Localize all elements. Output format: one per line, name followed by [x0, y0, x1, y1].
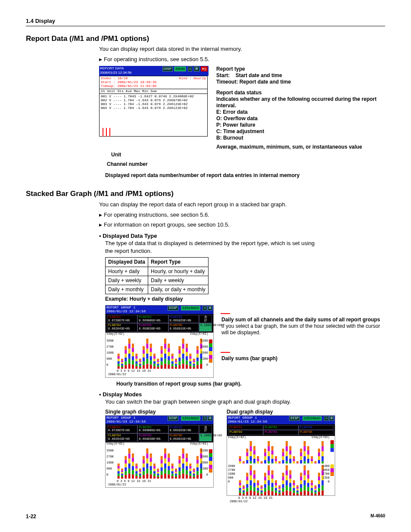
svg-rect-556: [311, 483, 313, 485]
svg-rect-532: [296, 487, 299, 489]
svg-rect-227: [164, 448, 166, 454]
svg-rect-322: [257, 459, 259, 461]
svg-rect-120: [189, 366, 191, 369]
svg-rect-544: [304, 470, 306, 476]
svg-rect-135: [196, 354, 199, 358]
svg-rect-225: [164, 459, 166, 464]
svg-rect-413: [311, 456, 313, 459]
svg-rect-231: [168, 462, 170, 467]
svg-rect-545: [304, 465, 306, 470]
svg-rect-305: [246, 449, 248, 453]
svg-rect-239: [171, 464, 174, 466]
svg-rect-185: [139, 469, 141, 470]
svg-rect-210: [157, 477, 159, 479]
svg-rect-161: [125, 456, 127, 460]
svg-rect-559: [314, 492, 317, 494]
svg-rect-240: [175, 477, 177, 479]
svg-rect-149: [118, 464, 120, 466]
svg-rect-522: [293, 493, 295, 495]
svg-rect-137: [196, 346, 199, 350]
svg-rect-17: [125, 346, 127, 350]
svg-rect-441: [243, 489, 245, 491]
svg-rect-460: [253, 474, 255, 479]
svg-rect-340: [268, 446, 270, 451]
svg-rect-209: [153, 464, 156, 466]
svg-rect-555: [311, 485, 313, 488]
svg-rect-98: [175, 364, 177, 365]
svg-rect-459: [253, 479, 255, 483]
svg-rect-100: [175, 360, 177, 362]
svg-rect-116: [186, 356, 188, 360]
svg-rect-174: [135, 476, 137, 479]
svg-rect-66: [157, 367, 159, 369]
svg-rect-498: [278, 494, 280, 495]
svg-rect-130: [193, 360, 195, 362]
svg-rect-178: [135, 466, 137, 469]
svg-rect-457: [253, 487, 255, 492]
svg-rect-184: [139, 470, 141, 472]
single-graph-caption: Single graph display: [105, 408, 214, 415]
svg-rect-395: [300, 449, 302, 453]
xref-5-5: For operating instructions, see section …: [99, 56, 385, 63]
svg-rect-78: [164, 364, 166, 369]
svg-rect-352: [275, 459, 277, 461]
svg-rect-375: [289, 454, 291, 459]
svg-rect-273: [193, 472, 195, 474]
svg-rect-19: [128, 358, 131, 364]
svg-rect-27: [132, 352, 134, 356]
svg-rect-164: [128, 464, 131, 469]
svg-rect-433: [239, 490, 241, 493]
svg-rect-205: [153, 474, 156, 476]
svg-rect-24: [132, 364, 134, 369]
svg-rect-389: [296, 461, 299, 463]
ddt-body-1: The type of data that is displayed is de…: [105, 240, 314, 246]
svg-rect-50: [146, 354, 148, 359]
svg-rect-197: [146, 448, 148, 454]
svg-rect-193: [146, 469, 148, 474]
svg-rect-369: [286, 451, 288, 456]
svg-rect-180: [139, 477, 141, 479]
svg-rect-434: [239, 488, 241, 491]
svg-rect-527: [293, 480, 295, 483]
svg-rect-252: [182, 474, 184, 479]
svg-rect-196: [146, 454, 148, 459]
svg-rect-23: [128, 339, 131, 344]
svg-rect-407: [307, 446, 309, 451]
svg-rect-46: [143, 350, 145, 354]
svg-rect-447: [246, 480, 248, 484]
svg-rect-265: [189, 474, 191, 476]
svg-rect-496: [275, 483, 277, 485]
svg-rect-546: [307, 491, 309, 495]
svg-rect-57: [150, 352, 152, 356]
svg-rect-303: [246, 456, 248, 460]
svg-rect-478: [264, 476, 266, 480]
stacked-bar-figure: REPORT GROUP 12008/01/23 12:34:56 DISP 1…: [105, 305, 214, 377]
svg-rect-200: [150, 466, 152, 470]
svg-rect-61: [153, 364, 156, 366]
svg-rect-95: [171, 354, 174, 356]
svg-rect-84: [168, 364, 170, 369]
svg-rect-7: [121, 365, 123, 367]
svg-rect-571: [321, 485, 324, 491]
svg-rect-263: [186, 454, 188, 458]
svg-rect-344: [271, 459, 274, 463]
svg-rect-371: [286, 441, 288, 446]
svg-rect-91: [171, 364, 174, 366]
svg-rect-267: [189, 469, 191, 471]
page-header: 1.4 Display: [26, 17, 385, 26]
svg-rect-479: [264, 473, 266, 477]
svg-rect-251: [178, 456, 181, 460]
svg-rect-299: [243, 461, 245, 463]
svg-rect-101: [175, 358, 177, 360]
svg-rect-247: [178, 471, 181, 475]
svg-rect-68: [157, 364, 159, 365]
svg-rect-75: [161, 354, 163, 358]
svg-rect-469: [261, 492, 263, 494]
svg-rect-191: [143, 456, 145, 460]
svg-rect-406: [307, 450, 309, 454]
svg-rect-51: [146, 348, 148, 354]
svg-rect-425: [318, 449, 320, 453]
svg-rect-189: [143, 464, 145, 467]
svg-rect-173: [132, 454, 134, 458]
svg-rect-226: [164, 454, 166, 459]
